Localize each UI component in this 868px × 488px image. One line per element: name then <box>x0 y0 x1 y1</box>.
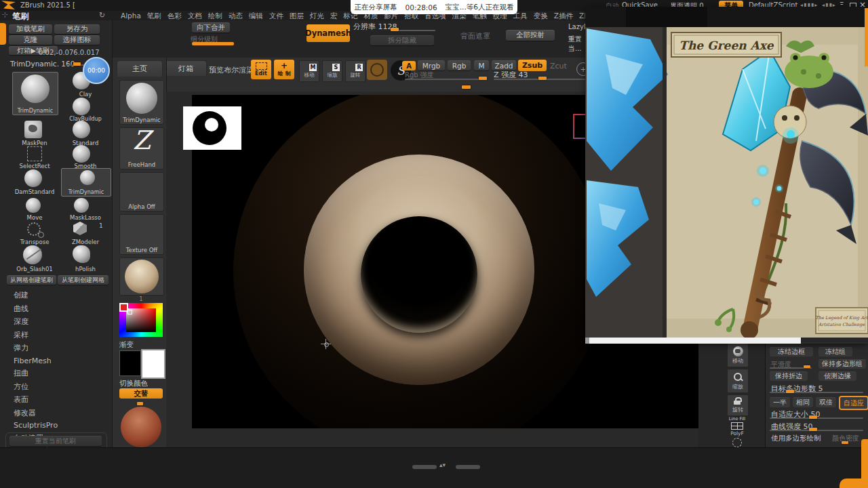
target-polygons-slider[interactable] <box>770 392 863 393</box>
rgb-intensity-handle[interactable] <box>479 77 487 80</box>
menu-document[interactable]: 文档 <box>188 12 202 21</box>
m-button[interactable]: M <box>474 60 489 70</box>
rotate-gizmo-button[interactable]: R 旋转 <box>345 60 366 82</box>
brush-zmodeler-icon[interactable] <box>73 222 87 235</box>
tray-divider-right[interactable] <box>456 465 480 469</box>
brush-damstandard-label[interactable]: DamStandard <box>12 188 57 195</box>
tray-divider-arrows-icon[interactable]: ▴▾ <box>439 462 446 468</box>
menu-brush[interactable]: 笔刷 <box>147 12 161 21</box>
curve-strength-handle[interactable] <box>809 428 817 431</box>
brush-maskpen-label[interactable]: MaskPen <box>12 140 57 146</box>
brush-selectrect-label[interactable]: SelectRect <box>12 163 57 169</box>
reference-bottom-strip[interactable] <box>589 338 801 344</box>
texture-tile[interactable]: Texture Off <box>119 214 164 255</box>
menu-file[interactable]: 文件 <box>269 12 283 21</box>
preview-boolean-button[interactable]: 预览布尔渲染 <box>209 65 254 75</box>
resolution-slider[interactable] <box>396 30 435 31</box>
zcut-button[interactable]: Zcut <box>550 62 567 70</box>
brush-zmodeler-label[interactable]: ZModeler <box>62 239 108 245</box>
backface-mask-button[interactable]: 背面遮罩 <box>460 31 490 41</box>
keep-creases-button[interactable]: 保持折边 <box>770 371 808 381</box>
adaptive-size-handle[interactable] <box>809 415 817 419</box>
refresh-icon[interactable]: ↻ <box>99 11 105 20</box>
brush-move-icon[interactable] <box>26 198 41 213</box>
brush-size-handle[interactable] <box>73 62 81 66</box>
target-polygons-handle[interactable] <box>786 390 794 393</box>
panel-drag-handle[interactable]: -¦- <box>2 12 7 18</box>
rgb-button[interactable]: Rgb <box>448 60 471 70</box>
brush-move-label[interactable]: Move <box>12 214 57 221</box>
secondary-color-swatch[interactable] <box>119 350 141 376</box>
brush-claybuildup-icon[interactable] <box>73 98 90 115</box>
half-button[interactable]: 一半 <box>770 397 790 407</box>
brush-masklasso-label[interactable]: MaskLasso <box>62 214 108 221</box>
brush-hpolish-icon[interactable] <box>73 245 90 263</box>
current-stroke-tile[interactable]: Z FreeHand <box>119 127 164 169</box>
edit-button[interactable]: Edit <box>251 60 271 79</box>
dynamesh-button[interactable]: Dynamesh <box>307 24 350 42</box>
brush-damstandard-icon[interactable] <box>24 169 42 187</box>
section-curve[interactable]: 曲线 <box>14 304 66 314</box>
save-as-button[interactable]: 另存为 <box>54 24 100 34</box>
reference-window[interactable]: The Green Axe The Legend of King Art Art… <box>585 7 868 344</box>
reset-button-partial[interactable]: 重置当... <box>568 35 585 54</box>
resolution-slider-handle[interactable] <box>391 28 399 31</box>
z-intensity-handle[interactable] <box>538 77 547 80</box>
menu-edit[interactable]: 编辑 <box>249 12 263 21</box>
section-create[interactable]: 创建 <box>14 290 66 300</box>
menu-draw[interactable]: 绘制 <box>208 12 222 21</box>
project-all-button[interactable]: 全部投射 <box>506 30 555 41</box>
detect-edges-button[interactable]: 侦测边缘 <box>818 371 856 381</box>
select-icon-button[interactable]: 选择图标 <box>54 35 100 45</box>
menu-color[interactable]: 色彩 <box>167 12 182 21</box>
reference-titlebar[interactable] <box>585 7 868 27</box>
section-modifiers[interactable]: 修改器 <box>14 408 66 418</box>
menu-layer[interactable]: 图层 <box>290 12 304 21</box>
create-brush-from-mesh-button[interactable]: 从网格创建笔刷 <box>7 275 56 285</box>
focal-shift-handle[interactable] <box>462 85 471 89</box>
brush-transpose-label[interactable]: Transpose <box>12 239 57 245</box>
zoom-canvas-button[interactable]: 缩放 <box>727 369 749 393</box>
tab-home[interactable]: 主页 <box>117 60 163 77</box>
reset-current-brush-button[interactable]: 重置当前笔刷 <box>9 436 102 446</box>
menu-transform[interactable]: 变换 <box>534 12 548 21</box>
rgb-intensity-slider[interactable] <box>405 79 486 80</box>
current-material-sphere[interactable] <box>121 407 161 447</box>
menu-alpha[interactable]: Alpha <box>121 12 141 21</box>
material-tile[interactable] <box>119 258 164 296</box>
menu-zplugin[interactable]: Z插件 <box>554 12 573 21</box>
primary-color-swatch[interactable] <box>141 349 165 379</box>
brush-trimdynamic2[interactable]: TrimDynamic <box>61 168 111 197</box>
sdiv-slider[interactable] <box>192 42 234 45</box>
freeze-border-button[interactable]: 冻结边框 <box>770 347 813 357</box>
double-button[interactable]: 双倍 <box>816 397 836 407</box>
brush-standard-icon[interactable] <box>73 121 90 138</box>
keep-groups-button[interactable]: 保持多边形组 <box>818 359 866 369</box>
switch-color-label[interactable]: 切换颜色 <box>119 379 148 388</box>
polyframe-button[interactable]: Line Fill PolyF <box>727 416 747 436</box>
section-surface[interactable]: 表面 <box>14 394 66 405</box>
split-hidden-button[interactable]: 拆分隐藏 <box>370 35 434 45</box>
freeze-groups-button[interactable]: 冻结组 <box>818 347 852 357</box>
brush-smooth-icon[interactable] <box>73 145 90 163</box>
brush-orbslash-label[interactable]: Orb_Slash01 <box>12 266 57 272</box>
material-slider-handle[interactable] <box>137 402 143 405</box>
same-button[interactable]: 相同 <box>793 397 813 407</box>
color-density-handle[interactable] <box>842 441 848 444</box>
tab-lightbox[interactable]: 灯箱 <box>165 60 207 76</box>
use-polypaint-button[interactable]: 使用多边形绘制 <box>771 434 821 443</box>
color-picker[interactable] <box>119 303 163 337</box>
brush-masklasso-icon[interactable] <box>74 198 89 213</box>
section-twist[interactable]: 扭曲 <box>14 368 66 378</box>
menu-macro[interactable]: 宏 <box>330 12 338 21</box>
smooth-slider-handle[interactable] <box>804 365 810 368</box>
merge-down-button[interactable]: 向下合并 <box>192 22 230 33</box>
tray-divider-left[interactable] <box>412 465 437 469</box>
scale-gizmo-button[interactable]: S 缩放 <box>322 60 342 82</box>
alternate-button[interactable]: 交替 <box>119 388 163 399</box>
brush-clay-label[interactable]: Clay <box>62 91 108 98</box>
section-sculptrispro[interactable]: SculptrisPro <box>14 421 66 430</box>
adapt-button[interactable]: 自适应 <box>839 396 868 410</box>
mrgb-button[interactable]: Mrgb <box>418 60 445 70</box>
section-orientation[interactable]: 方位 <box>14 382 66 392</box>
